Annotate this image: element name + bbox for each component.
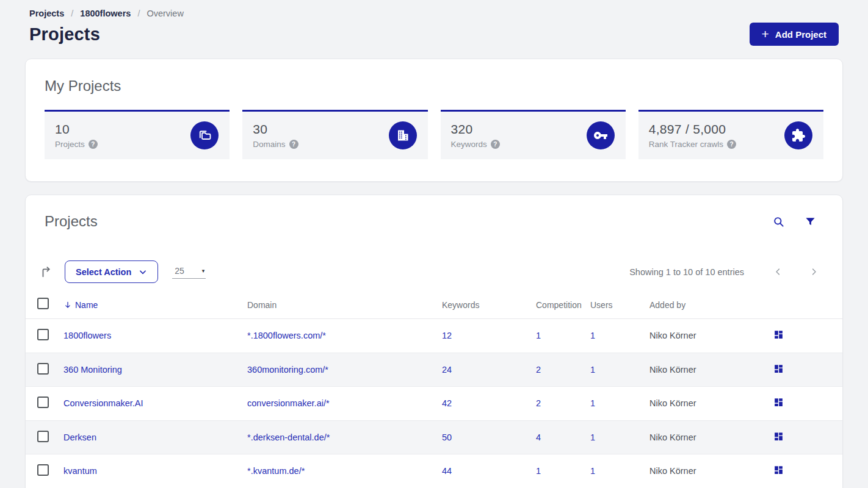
- project-name-link[interactable]: 1800flowers: [63, 331, 111, 340]
- help-icon[interactable]: ?: [289, 140, 298, 149]
- topbar: Projects / 1800flowers / Overview Projec…: [25, 0, 843, 46]
- users-value[interactable]: 1: [590, 432, 595, 442]
- row-checkbox[interactable]: [37, 431, 49, 442]
- page-size-select[interactable]: 25 ▾: [172, 265, 206, 279]
- breadcrumb-separator: /: [137, 9, 140, 18]
- project-domain-link[interactable]: *.kvantum.de/*: [247, 466, 305, 476]
- stat-tile-projects: 10 Projects ?: [45, 110, 230, 159]
- select-action-label: Select Action: [76, 267, 131, 277]
- add-project-label: Add Project: [775, 29, 826, 40]
- stat-value-domains: 30: [253, 122, 298, 137]
- project-domain-link[interactable]: *.1800flowers.com/*: [247, 331, 326, 340]
- help-icon[interactable]: ?: [89, 140, 98, 149]
- project-domain-link[interactable]: 360monitoring.com/*: [247, 365, 328, 375]
- column-header-keywords[interactable]: Keywords: [442, 300, 536, 310]
- breadcrumb: Projects / 1800flowers / Overview: [29, 9, 839, 18]
- table-row: 1800flowers *.1800flowers.com/* 12 1 1 N…: [26, 319, 842, 353]
- keywords-value[interactable]: 12: [442, 331, 452, 340]
- table-row: Derksen *.derksen-dental.de/* 50 4 1 Nik…: [26, 421, 842, 455]
- stat-value-rank-tracker: 4,897 / 5,000: [649, 122, 736, 137]
- breadcrumb-separator: /: [71, 9, 73, 18]
- competition-value[interactable]: 2: [536, 398, 541, 408]
- stat-value-keywords: 320: [451, 122, 500, 137]
- select-all-checkbox[interactable]: [37, 298, 49, 309]
- column-header-name[interactable]: Name: [63, 300, 247, 310]
- stat-value-projects: 10: [55, 122, 98, 137]
- table-row: kvantum *.kvantum.de/* 44 1 1 Niko Körne…: [26, 454, 842, 488]
- select-action-dropdown[interactable]: Select Action: [65, 260, 158, 283]
- dashboard-icon[interactable]: [773, 431, 784, 442]
- competition-value[interactable]: 1: [536, 466, 541, 476]
- keywords-value[interactable]: 44: [442, 466, 452, 476]
- help-icon[interactable]: ?: [491, 140, 500, 149]
- competition-value[interactable]: 2: [536, 365, 541, 375]
- chevron-down-icon: [139, 268, 147, 276]
- added-by-value: Niko Körner: [649, 432, 771, 442]
- breadcrumb-projects[interactable]: Projects: [29, 9, 64, 18]
- next-page-icon[interactable]: [807, 265, 821, 279]
- stat-tile-keywords: 320 Keywords ?: [441, 110, 626, 159]
- column-header-domain[interactable]: Domain: [247, 300, 442, 310]
- building-icon: [389, 121, 417, 149]
- dashboard-icon[interactable]: [773, 364, 784, 374]
- stat-label-keywords: Keywords: [451, 140, 487, 149]
- added-by-value: Niko Körner: [649, 331, 771, 340]
- search-icon[interactable]: [773, 216, 784, 228]
- table-toolbar: Select Action 25 ▾ Showing 1 to 10 of 10…: [26, 260, 842, 283]
- table-row: 360 Monitoring 360monitoring.com/* 24 2 …: [26, 353, 842, 387]
- prev-page-icon[interactable]: [771, 265, 785, 279]
- my-projects-card: My Projects 10 Projects ?: [25, 59, 843, 182]
- table-body: 1800flowers *.1800flowers.com/* 12 1 1 N…: [26, 319, 842, 488]
- page-size-value: 25: [175, 266, 184, 276]
- sort-desc-icon: [63, 301, 72, 309]
- filter-icon[interactable]: [805, 216, 816, 228]
- key-icon: [587, 121, 615, 149]
- column-header-users[interactable]: Users: [590, 300, 649, 310]
- pagination-status: Showing 1 to 10 of 10 entries: [629, 267, 744, 277]
- breadcrumb-overview: Overview: [146, 9, 183, 18]
- project-name-link[interactable]: Derksen: [63, 432, 96, 442]
- competition-value[interactable]: 1: [536, 331, 541, 340]
- keywords-value[interactable]: 24: [442, 365, 452, 375]
- projects-panel-title: Projects: [45, 213, 98, 230]
- stat-tile-domains: 30 Domains ?: [242, 110, 427, 159]
- row-checkbox[interactable]: [37, 464, 49, 476]
- added-by-value: Niko Körner: [649, 466, 771, 476]
- table-header: Name Domain Keywords Competition Users A…: [26, 291, 842, 319]
- table-row: Conversionmaker.AI conversionmaker.ai/* …: [26, 387, 842, 421]
- dashboard-icon[interactable]: [773, 465, 784, 475]
- stat-label-domains: Domains: [253, 140, 285, 149]
- project-domain-link[interactable]: conversionmaker.ai/*: [247, 398, 330, 408]
- stats-row: 10 Projects ? 30 Domai: [45, 110, 823, 159]
- competition-value[interactable]: 4: [536, 432, 541, 442]
- page: Projects / 1800flowers / Overview Projec…: [0, 0, 868, 488]
- row-checkbox[interactable]: [37, 396, 49, 408]
- project-name-link[interactable]: kvantum: [63, 466, 97, 476]
- keywords-value[interactable]: 42: [442, 398, 452, 408]
- export-icon[interactable]: [40, 265, 53, 279]
- users-value[interactable]: 1: [590, 331, 595, 340]
- breadcrumb-1800flowers[interactable]: 1800flowers: [80, 9, 131, 18]
- my-projects-title: My Projects: [45, 77, 823, 95]
- column-header-added-by[interactable]: Added by: [649, 300, 771, 310]
- puzzle-icon: [784, 121, 812, 149]
- project-name-link[interactable]: Conversionmaker.AI: [63, 398, 143, 408]
- project-domain-link[interactable]: *.derksen-dental.de/*: [247, 432, 330, 442]
- add-project-button[interactable]: + Add Project: [750, 23, 839, 46]
- help-icon[interactable]: ?: [727, 140, 736, 149]
- column-header-competition[interactable]: Competition: [536, 300, 590, 310]
- keywords-value[interactable]: 50: [442, 432, 452, 442]
- project-name-link[interactable]: 360 Monitoring: [63, 365, 122, 375]
- plus-icon: +: [762, 27, 769, 40]
- stat-label-projects: Projects: [55, 140, 85, 149]
- added-by-value: Niko Körner: [649, 398, 771, 408]
- row-checkbox[interactable]: [37, 329, 49, 340]
- users-value[interactable]: 1: [590, 365, 595, 375]
- dashboard-icon[interactable]: [773, 397, 784, 407]
- row-checkbox[interactable]: [37, 363, 49, 375]
- users-value[interactable]: 1: [590, 466, 595, 476]
- dashboard-icon[interactable]: [773, 329, 784, 340]
- users-value[interactable]: 1: [590, 398, 595, 408]
- page-title: Projects: [29, 24, 100, 45]
- added-by-value: Niko Körner: [649, 365, 771, 375]
